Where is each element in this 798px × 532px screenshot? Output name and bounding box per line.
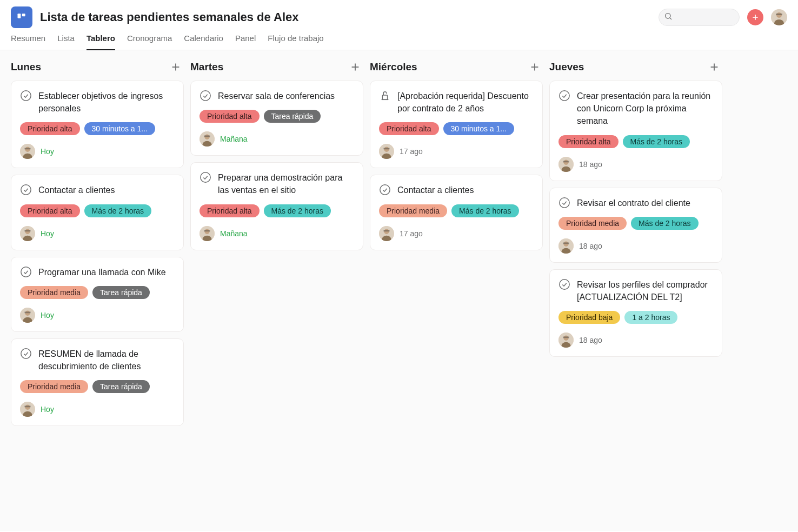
svg-rect-56: [383, 230, 389, 231]
assignee-avatar[interactable]: [558, 157, 574, 172]
svg-point-52: [380, 185, 390, 195]
svg-rect-73: [563, 337, 569, 338]
tab-flujo-de-trabajo[interactable]: Flujo de trabajo: [268, 34, 323, 50]
tag-dur-30-1h: 30 minutos a 1...: [84, 122, 156, 135]
assignee-avatar[interactable]: [20, 144, 35, 159]
column-title: Jueves: [549, 61, 584, 73]
tag-dur-quick: Tarea rápida: [92, 286, 150, 299]
task-card[interactable]: Programar una llamada con MikePrioridad …: [11, 257, 184, 332]
check-circle-icon[interactable]: [379, 184, 391, 196]
check-circle-icon[interactable]: [200, 171, 211, 183]
task-title: Contactar a clientes: [397, 184, 474, 196]
svg-rect-21: [24, 230, 30, 231]
due-date: Hoy: [41, 405, 54, 414]
tab-panel[interactable]: Panel: [235, 34, 256, 50]
tag-priority-medium: Prioridad media: [20, 286, 88, 299]
column-add-button[interactable]: [170, 61, 182, 73]
task-title: Contactar a clientes: [38, 184, 115, 196]
due-date: Mañana: [220, 229, 248, 238]
svg-line-3: [670, 18, 671, 19]
tag-priority-high: Prioridad alta: [558, 135, 619, 148]
user-avatar[interactable]: [771, 9, 787, 25]
due-date: Hoy: [41, 311, 54, 320]
assignee-avatar[interactable]: [379, 144, 394, 159]
task-card[interactable]: [Aprobación requerida] Descuento por con…: [370, 81, 543, 168]
tab-lista[interactable]: Lista: [57, 34, 75, 50]
svg-rect-38: [204, 136, 210, 137]
check-circle-icon[interactable]: [20, 348, 32, 360]
assignee-avatar[interactable]: [20, 308, 35, 323]
tag-dur-2h-plus: Más de 2 horas: [631, 217, 699, 230]
column-jueves: JuevesCrear presentación para la reunión…: [549, 61, 722, 520]
svg-rect-31: [24, 406, 30, 408]
column-add-button[interactable]: [529, 61, 541, 73]
tag-dur-2h-plus: Más de 2 horas: [451, 204, 519, 217]
tag-priority-high: Prioridad alta: [200, 204, 260, 217]
search-icon: [664, 12, 673, 23]
tab-resumen[interactable]: Resumen: [11, 34, 45, 50]
check-circle-icon[interactable]: [200, 90, 211, 102]
tag-dur-2h-plus: Más de 2 horas: [84, 204, 152, 217]
tag-priority-medium: Prioridad media: [20, 380, 88, 393]
project-title: Lista de tareas pendientes semanales de …: [40, 10, 299, 24]
assignee-avatar[interactable]: [200, 131, 215, 147]
task-card[interactable]: Preparar una demostración para las venta…: [190, 162, 363, 250]
tab-cronograma[interactable]: Cronograma: [127, 34, 172, 50]
task-card[interactable]: Revisar los perfiles del comprador [ACTU…: [549, 269, 722, 357]
svg-point-69: [560, 280, 569, 289]
task-card[interactable]: Revisar el contrato del clientePrioridad…: [549, 188, 722, 263]
svg-point-27: [21, 349, 31, 358]
column-add-button[interactable]: [349, 61, 361, 73]
task-title: Revisar los perfiles del comprador [ACTU…: [577, 278, 713, 303]
column-title: Lunes: [11, 61, 41, 73]
svg-rect-9: [776, 14, 782, 15]
svg-point-34: [201, 91, 210, 101]
assignee-avatar[interactable]: [200, 226, 215, 241]
task-card[interactable]: Reservar sala de conferenciasPrioridad a…: [190, 81, 363, 156]
task-card[interactable]: RESUMEN de llamada de descubrimiento de …: [11, 338, 184, 426]
task-card[interactable]: Contactar a clientesPrioridad mediaMás d…: [370, 175, 543, 250]
task-card[interactable]: Contactar a clientesPrioridad altaMás de…: [11, 175, 184, 250]
task-title: Crear presentación para la reunión con U…: [577, 90, 713, 128]
tag-priority-high: Prioridad alta: [20, 204, 80, 217]
approval-icon[interactable]: [379, 90, 391, 102]
task-card[interactable]: Crear presentación para la reunión con U…: [549, 81, 722, 181]
assignee-avatar[interactable]: [20, 226, 35, 241]
check-circle-icon[interactable]: [20, 266, 32, 278]
project-icon[interactable]: [11, 6, 32, 28]
task-title: Reservar sala de conferencias: [218, 90, 335, 102]
svg-rect-68: [563, 242, 569, 244]
tag-dur-quick: Tarea rápida: [92, 380, 150, 393]
due-date: Hoy: [41, 147, 54, 156]
due-date: Hoy: [41, 229, 54, 238]
svg-rect-63: [563, 161, 569, 162]
global-add-button[interactable]: [747, 9, 763, 25]
assignee-avatar[interactable]: [558, 238, 574, 254]
svg-rect-51: [383, 148, 389, 150]
svg-point-22: [21, 267, 31, 276]
column-lunes: LunesEstablecer objetivos de ingresos pe…: [11, 61, 184, 520]
due-date: 17 ago: [400, 147, 423, 156]
assignee-avatar[interactable]: [20, 402, 35, 417]
check-circle-icon[interactable]: [558, 90, 570, 102]
check-circle-icon[interactable]: [558, 197, 570, 209]
tab-tablero[interactable]: Tablero: [87, 34, 115, 50]
tab-calendario[interactable]: Calendario: [184, 34, 223, 50]
task-card[interactable]: Establecer objetivos de ingresos persona…: [11, 81, 184, 168]
column-add-button[interactable]: [708, 61, 720, 73]
svg-point-12: [21, 91, 31, 101]
due-date: 18 ago: [579, 160, 602, 169]
search-field[interactable]: [659, 9, 740, 26]
task-title: [Aprobación requerida] Descuento por con…: [397, 90, 534, 115]
tag-dur-quick: Tarea rápida: [264, 110, 321, 123]
board: LunesEstablecer objetivos de ingresos pe…: [0, 50, 798, 531]
tag-priority-high: Prioridad alta: [20, 122, 80, 135]
check-circle-icon[interactable]: [20, 90, 32, 102]
check-circle-icon[interactable]: [20, 184, 32, 196]
assignee-avatar[interactable]: [558, 332, 574, 348]
assignee-avatar[interactable]: [379, 226, 394, 241]
svg-point-59: [560, 91, 569, 101]
check-circle-icon[interactable]: [558, 278, 570, 290]
tag-dur-2h-plus: Más de 2 horas: [264, 204, 331, 217]
svg-rect-16: [24, 148, 30, 150]
